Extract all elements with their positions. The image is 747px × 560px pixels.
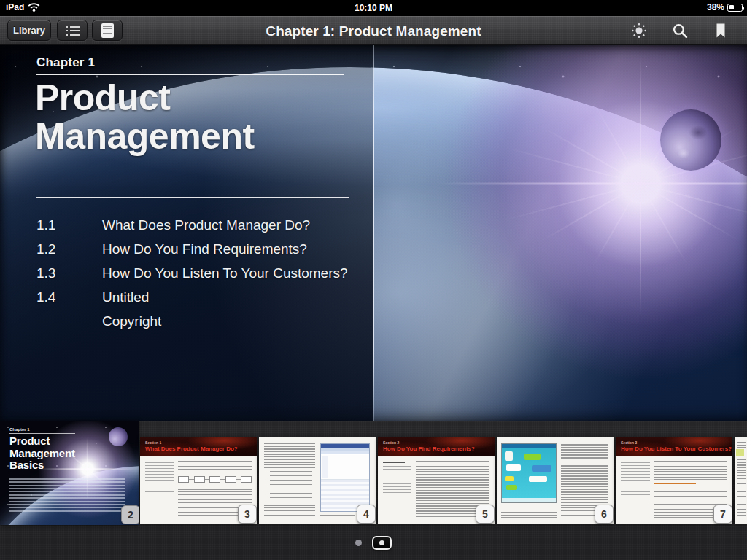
- toc-entry-number: 1.1: [36, 217, 102, 233]
- thumbnail-page-3[interactable]: Section 1 What Does Product Manager Do? …: [140, 438, 257, 524]
- section-label: Section 3: [621, 440, 637, 445]
- page-number-badge: 5: [476, 505, 495, 524]
- section-title: What Does Product Manager Do?: [145, 446, 238, 452]
- flare-ray: [436, 183, 747, 185]
- page-gutter-divider: [373, 45, 374, 421]
- text-lines-placeholder: [264, 443, 315, 468]
- chat-bubble: [505, 476, 514, 481]
- mini-cover-title: Product Management Basics: [9, 435, 112, 472]
- toc-entry-title: What Does Product Manager Do?: [102, 217, 310, 233]
- quote-lines-placeholder: [561, 444, 608, 460]
- thumbnail-page-2-current[interactable]: Chapter 1 Product Management Basics 2: [0, 421, 139, 525]
- page-number-badge: 2: [121, 505, 139, 524]
- chat-bubble: [532, 465, 551, 472]
- purple-planet: [660, 109, 721, 171]
- section-label: Section 2: [383, 440, 399, 445]
- list-lines-placeholder: [270, 471, 312, 502]
- thumbnail-page-8-partial[interactable]: [735, 438, 747, 524]
- section-banner: Section 3 How Do You Listen To Your Cust…: [616, 438, 732, 456]
- text-lines-placeholder: [737, 459, 746, 516]
- text-lines-placeholder: [178, 461, 252, 470]
- page-number-badge: 7: [713, 505, 732, 524]
- reader-toolbar: Library Chapter 1: Product Management: [0, 16, 747, 45]
- flowchart-box: [194, 476, 205, 483]
- thumbnail-page-6[interactable]: 6: [497, 438, 614, 524]
- thumbnail-page-5[interactable]: Section 2 How Do You Find Requirements? …: [378, 438, 495, 524]
- text-lines-placeholder: [737, 442, 746, 448]
- status-bar: iPad 10:10 PM 38%: [0, 0, 747, 16]
- toc-entry-title: Untitled: [102, 289, 149, 306]
- section-title: How Do You Find Requirements?: [383, 446, 475, 452]
- ibooks-app: iPad 10:10 PM 38% Library: [0, 0, 747, 560]
- indicator-dot[interactable]: [355, 540, 362, 546]
- bookmark-icon: [713, 23, 728, 39]
- rule-bottom: [36, 197, 349, 198]
- section-title: How Do You Listen To Your Customers?: [621, 446, 732, 452]
- toc-entry[interactable]: 1.3 How Do You Listen To Your Customers?: [36, 261, 352, 285]
- bookmark-button[interactable]: [712, 22, 729, 39]
- chat-bubble: [524, 454, 541, 460]
- sun-flare: [436, 45, 747, 388]
- flowchart-box: [178, 476, 189, 483]
- text-lines-placeholder: [145, 462, 174, 493]
- search-icon: [672, 23, 689, 39]
- chat-bubble: [506, 464, 521, 471]
- page-number-badge: 6: [595, 505, 614, 524]
- screenshot-canvas: [321, 455, 369, 480]
- indicator-current-dot[interactable]: [372, 536, 392, 550]
- chapter-title: Product Management: [35, 79, 305, 156]
- brightness-button[interactable]: [630, 22, 648, 39]
- battery-icon: [727, 4, 743, 12]
- battery-tip: [743, 7, 744, 10]
- mini-paragraph-placeholder: [9, 478, 125, 513]
- mini-chapter-kicker: Chapter 1: [9, 427, 75, 434]
- toc-entry-title: How Do You Find Requirements?: [102, 241, 307, 257]
- thumbnail-page-4[interactable]: 4: [259, 438, 376, 524]
- indicator-current-dot-inner: [379, 540, 384, 545]
- toc-entry-number: 1.3: [36, 265, 102, 281]
- screenshot-tabs: [321, 451, 369, 454]
- book-spread[interactable]: Chapter 1 Product Management 1.1 What Do…: [0, 45, 747, 421]
- toc-entry-number: 1.2: [36, 241, 102, 257]
- section-label: Section 1: [145, 440, 161, 445]
- rule-top: [36, 74, 344, 75]
- chat-bubble: [505, 451, 513, 461]
- toc-entry-number: 1.4: [36, 289, 102, 306]
- toolbar-right-icons: [630, 22, 729, 39]
- flowchart-box: [209, 476, 220, 483]
- thumbnail-page-7[interactable]: Section 3 How Do You Listen To Your Cust…: [616, 438, 732, 524]
- page-indicator: [0, 536, 747, 550]
- text-lines-placeholder: [654, 461, 727, 480]
- clock: 10:10 PM: [0, 3, 747, 13]
- chart-fragment: [736, 449, 744, 456]
- text-lines-placeholder: [621, 462, 650, 496]
- screenshot-titlebar: [502, 444, 556, 448]
- thumbnail-strip: Chapter 1 Product Management Basics 2 Se…: [0, 421, 747, 560]
- text-lines-placeholder: [383, 466, 411, 495]
- text-lines-placeholder: [501, 507, 557, 518]
- heading-line: [383, 462, 405, 463]
- toc-entry-title: Copyright: [102, 314, 161, 330]
- brightness-icon: [630, 22, 648, 39]
- section-banner: Section 1 What Does Product Manager Do?: [140, 438, 257, 456]
- battery-percent: 38%: [707, 2, 724, 12]
- flare-ray: [640, 52, 641, 315]
- battery-fill: [729, 5, 734, 9]
- text-lines-placeholder: [264, 505, 315, 518]
- page-number-badge: 4: [357, 505, 376, 524]
- chat-bubble: [529, 476, 547, 482]
- toc-entry-title: How Do You Listen To Your Customers?: [102, 265, 348, 281]
- chapter-kicker: Chapter 1: [36, 55, 95, 70]
- search-button[interactable]: [671, 22, 689, 39]
- flowchart-box: [241, 476, 252, 483]
- toc-entry[interactable]: 1.1 What Does Product Manager Do?: [36, 213, 352, 237]
- toc-entry[interactable]: 1.2 How Do You Find Requirements?: [36, 237, 352, 261]
- toc-entry[interactable]: 1.4 Untitled: [36, 285, 352, 309]
- page-number-badge: 3: [238, 505, 257, 524]
- status-right: 38%: [707, 2, 743, 12]
- toc-entry[interactable]: Copyright: [36, 309, 352, 333]
- screenshot-sidebar: [322, 456, 328, 478]
- flowchart-box: [225, 476, 236, 483]
- flowchart-diagram: [178, 474, 252, 484]
- chapter-toc: 1.1 What Does Product Manager Do? 1.2 Ho…: [36, 213, 352, 333]
